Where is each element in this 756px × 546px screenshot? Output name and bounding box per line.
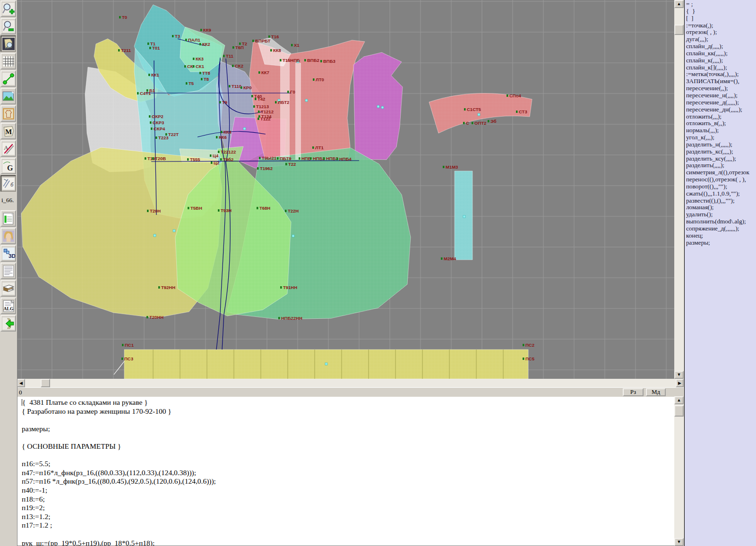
toolbar-view-3d-button[interactable]: 3D [0, 245, 16, 262]
point-tick[interactable] [146, 316, 148, 318]
pattern-point-label[interactable]: Т555 [190, 157, 200, 162]
pattern-point-label[interactable]: ВПБ2 [307, 58, 319, 63]
command-item[interactable]: :=точка(,); [685, 22, 756, 29]
point-tick[interactable] [158, 286, 160, 289]
command-item[interactable]: разделить_ксу(,,,,); [685, 155, 756, 162]
point-tick[interactable] [149, 47, 151, 49]
scroll-left-icon[interactable]: ◀ [17, 379, 25, 387]
point-tick[interactable] [199, 72, 201, 74]
point-tick[interactable] [152, 157, 154, 160]
pattern-point-label[interactable]: Т22 [288, 162, 296, 167]
command-item[interactable]: нормаль(,,,); [685, 127, 756, 134]
point-tick[interactable] [187, 158, 189, 161]
toolbar-garment-sketch-button[interactable] [0, 105, 16, 122]
point-tick[interactable] [220, 158, 222, 161]
code-line[interactable]: { ОСНОВНЫЕ ПАРАМЕТРЫ } [17, 442, 674, 451]
selection-dot[interactable] [381, 106, 384, 109]
point-tick[interactable] [218, 209, 220, 212]
toolbar-measure-button[interactable] [0, 70, 16, 87]
selection-dot[interactable] [173, 230, 175, 232]
code-line[interactable]: { 4381 Платье со складками на рукаве } [17, 398, 674, 407]
point-tick[interactable] [280, 286, 282, 289]
toolbar-image-button[interactable] [0, 88, 16, 104]
pattern-point-label[interactable]: КК8 [273, 48, 281, 53]
pattern-point-label[interactable]: ТТ8 [202, 70, 210, 76]
command-item[interactable]: конец; [685, 232, 756, 239]
command-item[interactable]: угол_к(,,,); [685, 134, 756, 141]
command-item[interactable]: разделить_н(,,,,,); [685, 141, 756, 148]
toolbar-size-table-button[interactable] [0, 210, 16, 227]
point-tick[interactable] [122, 344, 124, 346]
pattern-point-label[interactable]: Т15НПБ [283, 58, 300, 63]
point-tick[interactable] [199, 43, 201, 45]
pattern-point-label[interactable]: КК3 [196, 56, 204, 61]
pattern-point-label[interactable]: КК4 [223, 129, 232, 135]
point-tick[interactable] [463, 122, 465, 124]
code-line[interactable]: п13:=1.2; [17, 512, 674, 521]
pattern-point-label[interactable]: НПБ [301, 156, 311, 161]
point-tick[interactable] [291, 44, 293, 46]
toolbar-pattern-m-button[interactable]: M [0, 123, 16, 139]
pattern-point-label[interactable]: Т19 [147, 156, 155, 161]
pattern-point-label[interactable]: КК1 [151, 72, 160, 77]
point-tick[interactable] [277, 157, 279, 160]
command-item[interactable]: дуга(,,,); [685, 36, 756, 43]
pattern-point-label[interactable]: Т16 [271, 34, 279, 39]
point-tick[interactable] [241, 86, 242, 89]
point-tick[interactable] [150, 121, 152, 124]
point-tick[interactable] [287, 91, 289, 93]
pattern-point-label[interactable]: М2М4 [444, 256, 456, 261]
command-item[interactable]: сплайн_к(,,,,); [685, 57, 756, 64]
command-item[interactable]: выполнить(dmod\.alg); [685, 218, 756, 225]
pattern-point-label[interactable]: СПо4 [509, 93, 521, 98]
toolbar-photo-button[interactable] [0, 228, 16, 244]
point-tick[interactable] [523, 344, 524, 346]
point-tick[interactable] [172, 35, 174, 37]
point-tick[interactable] [229, 85, 231, 87]
point-tick[interactable] [184, 65, 186, 68]
selection-dot[interactable] [463, 215, 465, 218]
pattern-point-label[interactable]: Т22Т [168, 132, 179, 137]
pattern-point-label[interactable]: Т11 [226, 53, 234, 59]
command-item[interactable]: ломаная(); [685, 204, 756, 211]
point-tick[interactable] [441, 257, 443, 260]
selection-dot[interactable] [478, 113, 480, 116]
pattern-canvas[interactable]: Т0КК9Т3ПАЛ1КК2Т1Т01Т211Т16ВПРБТТ2Т6ПХ1КК… [0, 0, 674, 379]
toolbar-books-button[interactable] [0, 280, 16, 297]
editor-scroll-up-icon[interactable]: ▲ [674, 396, 684, 404]
pattern-point-label[interactable]: Т223 [158, 135, 169, 140]
pattern-point-label[interactable]: СК [187, 64, 193, 69]
point-tick[interactable] [258, 71, 260, 74]
command-item[interactable]: удалить(); [685, 211, 756, 218]
point-tick[interactable] [278, 317, 280, 319]
canvas-hscrollbar[interactable]: ◀ ▶ [17, 379, 684, 387]
pattern-point-label[interactable]: НПБ22НН [281, 316, 302, 321]
command-item[interactable]: развести((),(),,,""); [685, 197, 756, 205]
pattern-point-label[interactable]: Т20В [155, 156, 166, 161]
editor-scroll-down-icon[interactable]: ▼ [674, 538, 684, 546]
pattern-point-label[interactable]: Ц4 [213, 153, 219, 158]
point-tick[interactable] [304, 59, 306, 61]
pattern-point-label[interactable]: ПБТ9 [280, 156, 292, 161]
pattern-point-label[interactable]: СТ3 [519, 109, 527, 114]
pattern-point-label[interactable]: Эб [490, 119, 497, 124]
pattern-point-label[interactable]: ОПТ2 [474, 120, 486, 126]
code-line[interactable] [17, 451, 674, 460]
point-tick[interactable] [201, 78, 203, 80]
pattern-point-label[interactable]: Т1213 [256, 104, 269, 109]
point-tick[interactable] [118, 49, 120, 51]
toolbar-grid-button[interactable] [0, 53, 16, 69]
command-item[interactable]: пересечение(,,); [685, 85, 756, 92]
code-line[interactable]: п17:=1.2 ; [17, 521, 674, 530]
pattern-point-label[interactable]: Г0 [290, 89, 295, 94]
command-item[interactable]: сплайн_кк(,,,,,); [685, 50, 756, 57]
pattern-point-label[interactable]: КР0 [243, 85, 251, 90]
code-line[interactable] [17, 530, 674, 539]
point-tick[interactable] [488, 120, 490, 122]
pattern-point-label[interactable]: Т8 [204, 77, 209, 82]
scroll-right-icon[interactable]: ▶ [676, 379, 684, 387]
pattern-point-label[interactable]: Х1 [294, 43, 300, 48]
command-item[interactable]: [ ] [685, 15, 756, 22]
point-tick[interactable] [221, 131, 223, 133]
point-tick[interactable] [147, 210, 149, 212]
